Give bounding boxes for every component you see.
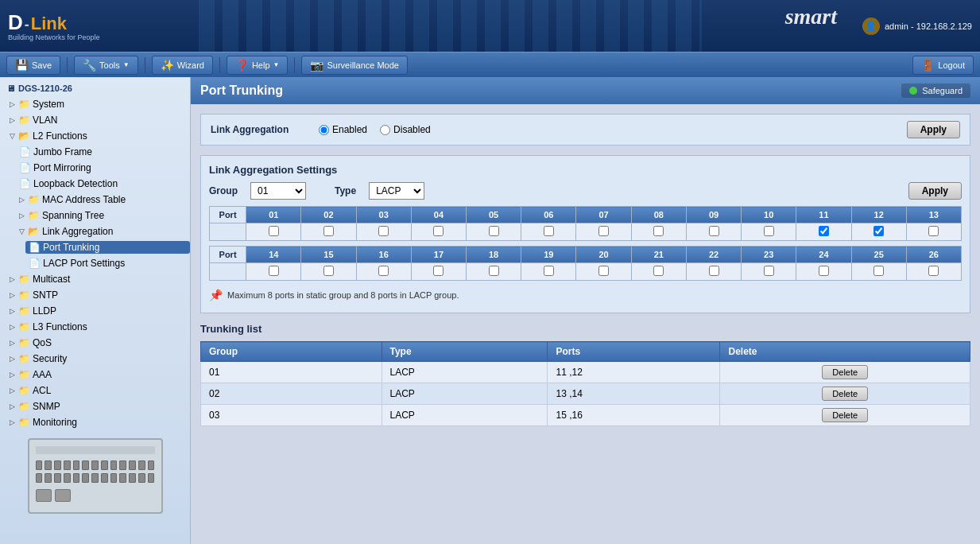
port-21-checkbox[interactable] [653, 266, 664, 276]
port-16-checkbox[interactable] [378, 266, 389, 276]
sidebar-item-snmp[interactable]: ▷ 📁 SNMP [0, 398, 190, 414]
sidebar-label-aaa: AAA [33, 369, 52, 380]
sidebar-item-system[interactable]: ▷ 📁 System [0, 96, 190, 112]
sidebar-item-monitoring[interactable]: ▷ 📁 Monitoring [0, 414, 190, 430]
group-label: Group [209, 185, 238, 196]
port-15-cell [301, 263, 356, 281]
port-22-cell [686, 263, 741, 281]
expand-icon: ▷ [10, 307, 15, 315]
port-14-checkbox[interactable] [269, 266, 279, 276]
sidebar-item-sntp[interactable]: ▷ 📁 SNTP [0, 287, 190, 303]
port-19-checkbox[interactable] [544, 266, 554, 276]
sidebar-item-lldp[interactable]: ▷ 📁 LLDP [0, 303, 190, 319]
link-aggregation-radio-group: Enabled Disabled [319, 124, 431, 135]
port-26-checkbox[interactable] [928, 266, 939, 276]
sidebar-item-l2-functions[interactable]: ▽ 📂 L2 Functions [0, 128, 190, 144]
help-button[interactable]: ❓ Help ▼ [227, 56, 289, 75]
port-24-checkbox[interactable] [819, 266, 829, 276]
port-08-header: 08 [631, 207, 686, 223]
port-22-checkbox[interactable] [709, 266, 719, 276]
sidebar-item-security[interactable]: ▷ 📁 Security [0, 351, 190, 367]
switch-port [82, 473, 89, 483]
disabled-radio-option[interactable]: Disabled [380, 124, 431, 135]
port-10-header: 10 [742, 207, 796, 223]
switch-port [54, 460, 61, 470]
enabled-radio-option[interactable]: Enabled [319, 124, 367, 135]
port-25-checkbox[interactable] [873, 266, 884, 276]
port-07-checkbox[interactable] [598, 226, 609, 236]
port-08-checkbox[interactable] [653, 226, 664, 236]
main-layout: 🖥 DGS-1210-26 ▷ 📁 System ▷ 📁 VLAN ▽ 📂 L2… [0, 77, 980, 544]
port-20-checkbox[interactable] [598, 266, 609, 276]
port-06-checkbox[interactable] [544, 226, 554, 236]
folder-icon: 📁 [18, 369, 30, 380]
sidebar-item-spanning-tree[interactable]: ▷ 📁 Spanning Tree [0, 208, 190, 223]
sidebar-label-loopback-detection: Loopback Detection [33, 178, 118, 189]
port-15-checkbox[interactable] [323, 266, 334, 276]
port-13-checkbox[interactable] [928, 226, 939, 236]
port-18-checkbox[interactable] [489, 266, 499, 276]
port-03-checkbox[interactable] [378, 226, 389, 236]
expand-icon: ▷ [10, 402, 15, 410]
sidebar-item-mac-address-table[interactable]: ▷ 📁 MAC Address Table [0, 192, 190, 208]
port-17-checkbox[interactable] [433, 266, 444, 276]
port-header: Port [210, 207, 246, 223]
port-10-checkbox[interactable] [764, 226, 774, 236]
disabled-radio[interactable] [380, 125, 390, 135]
port-23-checkbox[interactable] [764, 266, 774, 276]
sidebar-item-lacp-port-settings[interactable]: 📄 LACP Port Settings [0, 255, 190, 271]
sidebar-item-jumbo-frame[interactable]: 📄 Jumbo Frame [0, 144, 190, 160]
sidebar-item-port-mirroring[interactable]: 📄 Port Mirroring [0, 160, 190, 176]
toolbar-separator-2 [145, 57, 145, 73]
type-select[interactable]: LACPStatic [369, 182, 424, 200]
enabled-radio[interactable] [319, 125, 329, 135]
switch-top-strip [36, 446, 155, 454]
port-11-checkbox[interactable] [819, 226, 829, 236]
sidebar-item-port-trunking[interactable]: 📄 Port Trunking [0, 239, 190, 255]
sidebar-item-loopback-detection[interactable]: 📄 Loopback Detection [0, 176, 190, 192]
port-05-checkbox[interactable] [489, 226, 499, 236]
delete-button-row-0[interactable]: Delete [822, 365, 868, 379]
port-09-checkbox[interactable] [709, 226, 719, 236]
port-13-cell [906, 223, 961, 241]
port-24-cell [796, 263, 851, 281]
toolbar-separator-3 [219, 57, 220, 73]
switch-port [129, 460, 136, 470]
trunking-group-cell: 02 [201, 383, 382, 405]
wizard-button[interactable]: ✨ Wizard [152, 56, 213, 75]
port-12-checkbox[interactable] [873, 226, 884, 236]
port-row2-label [210, 263, 246, 281]
sidebar-item-acl[interactable]: ▷ 📁 ACL [0, 383, 190, 398]
switch-port [148, 460, 155, 470]
sidebar-label-monitoring: Monitoring [33, 417, 77, 428]
port-01-checkbox[interactable] [269, 226, 279, 236]
sidebar-item-link-aggregation[interactable]: ▽ 📂 Link Aggregation [0, 223, 190, 239]
expand-icon: ▷ [10, 371, 15, 379]
settings-apply-button[interactable]: Apply [908, 182, 962, 200]
delete-button-row-2[interactable]: Delete [822, 408, 868, 422]
logout-button[interactable]: 🚪 Logout [912, 56, 974, 75]
tools-button[interactable]: 🔧 Tools ▼ [74, 56, 138, 75]
sidebar-item-l3-functions[interactable]: ▷ 📁 L3 Functions [0, 319, 190, 335]
switch-port [73, 460, 80, 470]
sidebar-label-security: Security [33, 353, 67, 364]
sidebar-item-qos[interactable]: ▷ 📁 QoS [0, 335, 190, 351]
group-select[interactable]: 0102030405060708 [250, 182, 306, 200]
link-aggregation-apply-button[interactable]: Apply [907, 121, 960, 138]
switch-port [82, 460, 89, 470]
help-dropdown-arrow: ▼ [273, 61, 280, 68]
port-03-cell [356, 223, 411, 241]
port-04-checkbox[interactable] [433, 226, 444, 236]
folder-icon: 📁 [18, 321, 30, 332]
switch-port [36, 473, 43, 483]
sidebar-item-aaa[interactable]: ▷ 📁 AAA [0, 367, 190, 383]
delete-button-row-1[interactable]: Delete [822, 387, 868, 401]
surveillance-button[interactable]: 📷 Surveillance Mode [301, 56, 408, 75]
trunking-group-cell: 03 [201, 405, 382, 426]
sidebar-item-vlan[interactable]: ▷ 📁 VLAN [0, 112, 190, 128]
sidebar-item-multicast[interactable]: ▷ 📁 Multicast [0, 271, 190, 287]
save-button[interactable]: 💾 Save [6, 56, 60, 75]
port-02-checkbox[interactable] [323, 226, 334, 236]
switch-port [110, 473, 118, 483]
port-20-header: 20 [576, 247, 631, 263]
